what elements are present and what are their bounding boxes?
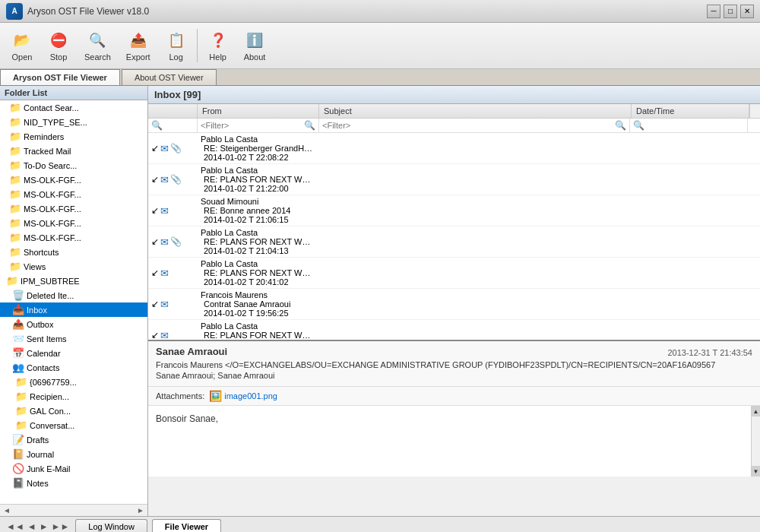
table-row[interactable]: ↙ ✉ Pablo La Casta RE: PLANS FOR NEXT WE…: [148, 258, 760, 289]
folder-item-ms-olk-1[interactable]: 📁MS-OLK-FGF...: [0, 173, 147, 187]
tab-about[interactable]: About OST Viewer: [122, 69, 217, 85]
folder-item-069677[interactable]: 📁{06967759...: [0, 375, 147, 389]
nav-arrow-2[interactable]: ►: [40, 521, 49, 532]
toolbar-help-button[interactable]: ❓Help: [201, 26, 236, 65]
folder-icon-outbox: 📤: [12, 318, 24, 330]
table-row[interactable]: ↙ ✉ 📎 Pablo La Casta RE: Steigenberger G…: [148, 133, 760, 164]
filter-subject-search-icon: 🔍: [615, 120, 626, 131]
toolbar-about-button[interactable]: ℹ️About: [237, 26, 273, 65]
email-subject-1: RE: PLANS FOR NEXT WEEK: [201, 175, 316, 184]
minimize-button[interactable]: ─: [707, 5, 720, 18]
folder-item-ms-olk-4[interactable]: 📁MS-OLK-FGF...: [0, 216, 147, 230]
folder-item-to-do[interactable]: 📁To-Do Searc...: [0, 158, 147, 173]
folder-item-calendar[interactable]: 📅Calendar: [0, 346, 147, 360]
folder-icon-drafts: 📝: [12, 434, 24, 445]
table-row[interactable]: ↙ ✉ Souad Mimouni RE: Bonne annee 2014 2…: [148, 195, 760, 226]
preview-body-text: Bonsoir Sanae,: [156, 413, 218, 424]
email-arrow-3: ↙: [151, 236, 159, 247]
folder-item-journal[interactable]: 📔Journal: [0, 447, 147, 461]
table-row[interactable]: ↙ ✉ Pablo La Casta RE: PLANS FOR NEXT WE…: [148, 320, 760, 340]
folder-name-nid-type: NID_TYPE_SE...: [24, 118, 87, 127]
folder-icon-ms-olk-3: 📁: [9, 203, 21, 214]
col-header-from[interactable]: From: [198, 104, 319, 118]
col-header-subject[interactable]: Subject: [319, 104, 632, 118]
list-scrollbar[interactable]: [749, 104, 760, 118]
close-button[interactable]: ✕: [740, 5, 754, 18]
filter-subject-input[interactable]: [322, 121, 613, 130]
folder-item-views[interactable]: 📁Views: [0, 259, 147, 274]
toolbar-log-button[interactable]: 📋Log: [159, 26, 194, 65]
email-from-2: Souad Mimouni RE: Bonne annee 2014 2014-…: [198, 197, 319, 224]
folder-name-junk-email: Junk E-Mail: [27, 464, 70, 473]
toolbar-stop-button[interactable]: ⛔Stop: [41, 26, 76, 65]
folder-item-junk-email[interactable]: 🚫Junk E-Mail: [0, 461, 147, 476]
preview-scrollbar[interactable]: ▲ ▼: [751, 406, 760, 477]
table-row[interactable]: ↙ ✉ 📎 Pablo La Casta RE: PLANS FOR NEXT …: [148, 226, 760, 258]
folder-name-notes: Notes: [27, 479, 49, 488]
email-arrow-5: ↙: [151, 299, 159, 309]
stop-label: Stop: [50, 52, 68, 62]
folder-item-ms-olk-2[interactable]: 📁MS-OLK-FGF...: [0, 187, 147, 201]
email-arrow-2: ↙: [151, 205, 159, 216]
table-row[interactable]: ↙ ✉ 📎 Pablo La Casta RE: PLANS FOR NEXT …: [148, 164, 760, 195]
folder-icon-junk-email: 🚫: [12, 463, 24, 474]
nav-arrow-3[interactable]: ►►: [52, 521, 70, 532]
folder-icon-ipm-subtree: 📁: [6, 275, 18, 287]
email-date-4: 2014-01-02 T 20:41:02: [201, 277, 318, 287]
email-list[interactable]: ↙ ✉ 📎 Pablo La Casta RE: Steigenberger G…: [148, 133, 760, 340]
folder-item-ipm-subtree[interactable]: 📁IPM_SUBTREE: [0, 274, 147, 288]
email-date-0: 2014-01-02 T 22:08:22: [201, 153, 318, 162]
folder-item-contacts[interactable]: 👥Contacts: [0, 360, 147, 375]
folder-item-sent-items[interactable]: 📨Sent Items: [0, 331, 147, 346]
bottom-tab-log-window[interactable]: Log Window: [75, 519, 147, 532]
toolbar-search-button[interactable]: 🔍Search: [78, 26, 118, 65]
email-icons-3: ↙ ✉ 📎: [148, 236, 198, 248]
attachment-item[interactable]: 🖼️ image001.png: [209, 390, 277, 402]
nav-arrow-1[interactable]: ◄: [27, 521, 36, 532]
folder-item-tracked-mail[interactable]: 📁Tracked Mail: [0, 144, 147, 158]
folder-icon-contact-search: 📁: [9, 102, 21, 113]
filter-from-input[interactable]: [201, 121, 302, 130]
folder-item-ms-olk-5[interactable]: 📁MS-OLK-FGF...: [0, 230, 147, 245]
folder-item-gal-con[interactable]: 📁GAL Con...: [0, 404, 147, 418]
folder-item-contact-search[interactable]: 📁Contact Sear...: [0, 100, 147, 115]
folder-scroll-left[interactable]: ◄: [3, 506, 11, 515]
col-header-icons[interactable]: [148, 104, 198, 118]
email-from-5: Francois Maurens Contrat Sanae Amraoui 2…: [198, 290, 319, 318]
nav-arrow-0[interactable]: ◄◄: [6, 521, 24, 532]
folder-item-conversation[interactable]: 📁Conversat...: [0, 418, 147, 432]
folder-item-deleted-items[interactable]: 🗑️Deleted Ite...: [0, 288, 147, 302]
folder-icon-contacts: 👥: [12, 362, 24, 373]
folder-panel: Folder List 📁Contact Sear...📁NID_TYPE_SE…: [0, 86, 148, 516]
preview-date: 2013-12-31 T 21:43:54: [667, 348, 752, 357]
folder-icon-nid-type: 📁: [9, 116, 21, 128]
folder-name-deleted-items: Deleted Ite...: [27, 291, 74, 300]
preview-pane: Sanae Amraoui 2013-12-31 T 21:43:54 Fran…: [148, 340, 760, 477]
preview-scroll-down[interactable]: ▼: [752, 466, 760, 477]
folder-item-ms-olk-3[interactable]: 📁MS-OLK-FGF...: [0, 201, 147, 216]
preview-scroll-up[interactable]: ▲: [752, 406, 760, 416]
about-icon: ℹ️: [244, 30, 265, 51]
folder-item-outbox[interactable]: 📤Outbox: [0, 317, 147, 331]
folder-item-recipients[interactable]: 📁Recipien...: [0, 389, 147, 404]
maximize-button[interactable]: □: [724, 5, 737, 18]
tab-aryson[interactable]: Aryson OST File Viewer: [0, 69, 120, 85]
toolbar-open-button[interactable]: 📂Open: [5, 26, 40, 65]
folder-scroll-right[interactable]: ►: [137, 506, 144, 515]
folder-item-nid-type[interactable]: 📁NID_TYPE_SE...: [0, 115, 147, 129]
folder-item-drafts[interactable]: 📝Drafts: [0, 432, 147, 447]
folder-item-notes[interactable]: 📓Notes: [0, 476, 147, 490]
folder-item-reminders[interactable]: 📁Reminders: [0, 129, 147, 144]
folder-item-inbox[interactable]: 📥Inbox: [0, 302, 147, 317]
toolbar-export-button[interactable]: 📤Export: [119, 26, 157, 65]
folder-item-shortcuts[interactable]: 📁Shortcuts: [0, 245, 147, 259]
open-icon: 📂: [11, 30, 33, 51]
email-icons-1: ↙ ✉ 📎: [148, 174, 198, 185]
email-icons-0: ↙ ✉ 📎: [148, 143, 198, 154]
table-row[interactable]: ↙ ✉ Francois Maurens Contrat Sanae Amrao…: [148, 289, 760, 320]
email-attach-0: 📎: [170, 143, 182, 154]
col-header-date[interactable]: Date/Time: [632, 104, 749, 118]
folder-list[interactable]: 📁Contact Sear...📁NID_TYPE_SE...📁Reminder…: [0, 100, 147, 504]
folder-name-shortcuts: Shortcuts: [24, 248, 59, 257]
bottom-tab-file-viewer[interactable]: File Viewer: [152, 519, 221, 532]
